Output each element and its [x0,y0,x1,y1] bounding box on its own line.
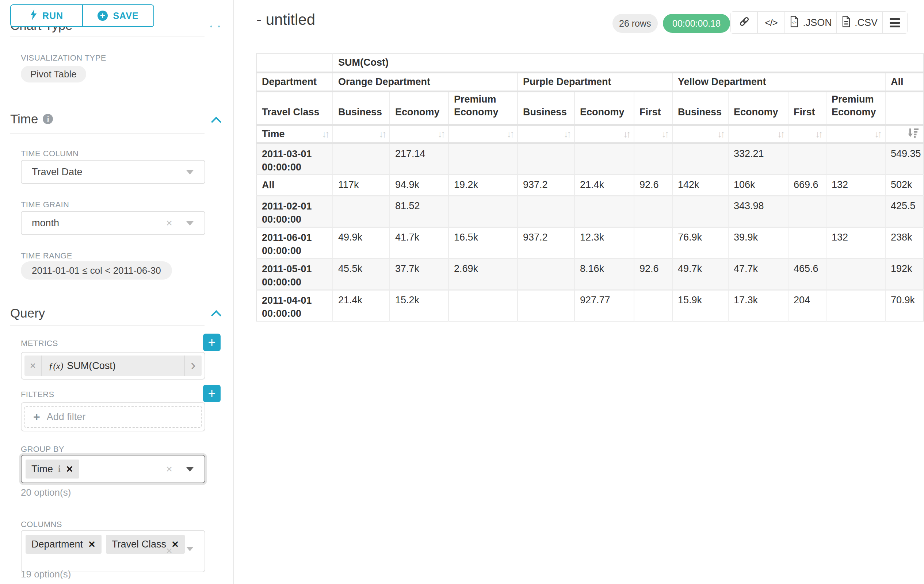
column-sort[interactable]: ↓↑ [827,128,885,140]
export-csv-button[interactable]: .CSV [837,12,882,33]
add-filter-plus-button[interactable]: + [203,385,221,402]
sort-icon: ↓↑ [507,128,513,140]
sort-icon: ↓↑ [777,128,784,140]
view-query-button[interactable]: </> [757,12,784,33]
column-sort[interactable]: ↓↑ [575,128,634,140]
column-sort[interactable]: ↓↑ [634,128,672,140]
run-save-button-group: RUN + SAVE [10,4,154,27]
copy-link-button[interactable] [731,12,757,33]
time-sort-header[interactable]: Time↓↑ [257,128,332,140]
column-sort[interactable]: ↓↑ [390,128,448,140]
remove-tag-icon[interactable]: ✕ [88,539,96,550]
column-sort[interactable]: ↓↑ [789,128,826,140]
add-filter-button[interactable]: + Add filter [25,406,201,428]
link-icon [739,16,750,30]
time-range-pill[interactable]: 2011-01-01 ≤ col < 2011-06-30 [21,262,172,280]
row-label: 2011-02-01 00:00:00 [256,196,333,227]
remove-metric-icon[interactable]: × [25,355,42,376]
export-json-button[interactable]: </> .JSON [784,12,837,33]
pivot-table: SUM(Cost) Department Orange Department P… [256,53,924,322]
time-column-select[interactable]: Travel Date [21,160,205,184]
filters-label: FILTERS [21,390,54,399]
function-icon: ƒ(x) [49,361,63,371]
group-by-tag: Time i ✕ [26,459,79,479]
menu-button[interactable] [882,12,907,33]
department-axis-header: Department [256,72,333,91]
sort-icon: ↓↑ [815,128,822,140]
travel-class-header-empty [885,91,924,125]
column-sort[interactable]: ↓↑ [333,128,389,140]
row-label: 2011-05-01 00:00:00 [256,258,333,290]
caret-down-icon [186,467,193,472]
department-group-header: Purple Department [518,72,672,91]
department-group-header: Yellow Department [672,72,885,91]
column-sort[interactable]: ↓↑ [449,128,517,140]
filters-container: + Add filter [21,402,205,431]
travel-class-header: Economy [390,91,449,125]
row-count-badge: 26 rows [612,14,658,33]
table-row: 2011-03-01 00:00:00 217.14 332.21 549.35 [256,143,924,174]
table-row: 2011-04-01 00:00:00 21.4k 15.2k 927.77 1… [256,290,924,321]
remove-tag-icon[interactable]: ✕ [171,539,179,550]
column-sort[interactable]: ↓↑ [518,128,574,140]
travel-class-header-row: Travel Class Business Economy Premium Ec… [256,91,924,125]
columns-select[interactable]: Department ✕ Travel Class ✕ × [21,530,205,572]
columns-tag: Department ✕ [26,535,102,554]
run-button[interactable]: RUN [11,5,82,26]
table-row: All 117k 94.9k 19.2k 937.2 21.4k 92.6 14… [256,174,924,196]
scroll-dot-icon [218,26,220,27]
table-row: 2011-06-01 00:00:00 49.9k 41.7k 16.5k 93… [256,227,924,258]
clear-icon[interactable]: × [166,545,172,557]
table-row: 2011-02-01 00:00:00 81.52 343.98 425.5 [256,196,924,227]
add-metric-button[interactable]: + [203,334,221,351]
control-panel-sidebar: Chart Type RUN + SAVE VISUALIZATION TYPE… [0,0,234,584]
clear-icon[interactable]: × [166,217,172,229]
scroll-dot-icon [210,26,212,27]
travel-class-header: Premium Economy [449,91,518,125]
travel-class-header: Economy [728,91,788,125]
expand-metric-chevron-icon[interactable]: › [184,355,201,376]
travel-class-header: Business [518,91,574,125]
group-by-select[interactable]: Time i ✕ × [21,455,205,483]
sort-descending-icon [908,128,919,140]
json-file-icon: </> [790,16,799,30]
plus-circle-icon: + [97,11,108,21]
column-sort[interactable]: ↓↑ [673,128,728,140]
time-grain-select[interactable]: month × [21,211,205,235]
travel-class-header: First [634,91,672,125]
department-group-header: Orange Department [333,72,518,91]
row-label: 2011-03-01 00:00:00 [256,143,333,174]
columns-label: COLUMNS [21,520,62,529]
time-range-label: TIME RANGE [21,251,72,261]
sort-row: Time↓↑ ↓↑ ↓↑ ↓↑ ↓↑ ↓↑ ↓↑ ↓↑ ↓↑ ↓↑ ↓↑ [256,125,924,143]
collapse-time-chevron-icon[interactable] [211,117,221,127]
metric-name: SUM(Cost) [67,360,116,371]
remove-tag-icon[interactable]: ✕ [66,464,73,474]
save-button[interactable]: + SAVE [82,5,153,26]
table-row: 2011-05-01 00:00:00 45.5k 37.7k 2.69k 8.… [256,258,924,290]
metric-header: SUM(Cost) [333,53,924,72]
csv-file-icon [842,16,851,30]
divider [10,133,205,133]
sort-icon: ↓↑ [379,128,385,140]
collapse-query-chevron-icon[interactable] [211,310,221,321]
caret-down-icon [186,170,193,174]
department-group-header: All [885,72,924,91]
clear-icon[interactable]: × [166,463,172,475]
travel-class-header: Premium Economy [826,91,885,125]
department-header-row: Department Orange Department Purple Depa… [256,72,924,91]
sort-icon: ↓↑ [564,128,570,140]
travel-class-axis-header: Travel Class [256,91,333,125]
caret-down-icon [186,547,193,551]
chart-title[interactable]: - untitled [256,11,315,28]
bolt-icon [30,9,37,22]
sort-icon: ↓↑ [662,128,668,140]
metric-pill[interactable]: × ƒ(x)SUM(Cost) › [25,355,201,376]
visualization-type-pill[interactable]: Pivot Table [21,66,86,82]
row-label: All [256,174,333,196]
travel-class-header: Economy [574,91,634,125]
column-sort-active[interactable] [886,128,923,140]
column-sort[interactable]: ↓↑ [729,128,788,140]
svg-text:</>: </> [792,21,797,25]
travel-class-header: Business [672,91,728,125]
